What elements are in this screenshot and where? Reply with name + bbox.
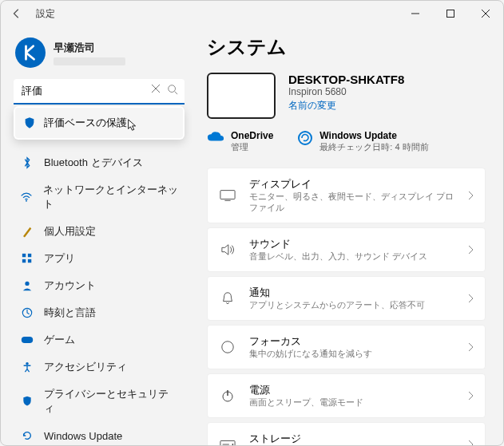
- page-title: システム: [207, 34, 486, 60]
- onedrive-sub: 管理: [231, 141, 273, 153]
- maximize-icon: [446, 10, 454, 18]
- svg-line-3: [175, 92, 178, 95]
- minimize-icon: [411, 10, 419, 18]
- card-sub: 音量レベル、出力、入力、サウンド デバイス: [249, 251, 454, 262]
- nav-privacy[interactable]: プライバシーとセキュリティ: [12, 381, 186, 422]
- onedrive-label: OneDrive: [231, 130, 273, 141]
- chevron-right-icon: [467, 245, 474, 255]
- card-title: 通知: [249, 286, 454, 300]
- card-sub: 画面とスリープ、電源モード: [249, 397, 454, 409]
- onedrive-status[interactable]: OneDrive 管理: [207, 130, 273, 153]
- nav-label: アプリ: [44, 251, 75, 266]
- card-notifications[interactable]: 通知アプリとシステムからのアラート、応答不可: [207, 276, 486, 321]
- bluetooth-icon: [22, 156, 33, 169]
- svg-rect-7: [22, 259, 26, 262]
- chevron-right-icon: [467, 191, 474, 200]
- update-label: Windows Update: [319, 130, 428, 141]
- search-suggestions: 評価ベースの保護: [14, 106, 185, 140]
- nav-personalization[interactable]: 個人用設定: [12, 218, 186, 245]
- card-sound[interactable]: サウンド音量レベル、出力、入力、サウンド デバイス: [207, 227, 486, 272]
- shield-icon: [23, 116, 36, 129]
- minimize-button[interactable]: [398, 1, 433, 26]
- user-email-redacted: [54, 57, 125, 65]
- nav-label: Windows Update: [44, 430, 122, 442]
- nav-apps[interactable]: アプリ: [12, 245, 186, 272]
- speaker-icon: [220, 243, 236, 256]
- chevron-right-icon: [467, 342, 474, 352]
- nav-network[interactable]: ネットワークとインターネット: [12, 176, 186, 218]
- chevron-right-icon: [467, 391, 474, 401]
- svg-rect-11: [22, 337, 33, 343]
- windows-update-status[interactable]: Windows Update 最終チェック日時: 4 時間前: [297, 130, 428, 153]
- nav-label: ゲーム: [44, 333, 75, 347]
- card-title: ディスプレイ: [249, 177, 454, 191]
- card-storage[interactable]: ストレージストレージ領域、ドライブ、構成ルール: [207, 422, 486, 445]
- back-button[interactable]: [7, 4, 26, 23]
- rename-link[interactable]: 名前の変更: [288, 99, 404, 112]
- onedrive-icon: [207, 130, 224, 143]
- clear-search-button[interactable]: [151, 84, 161, 93]
- card-title: サウンド: [249, 237, 454, 251]
- nav-accessibility[interactable]: アクセシビリティ: [12, 353, 186, 381]
- status-row: OneDrive 管理 Windows Update 最終チェック日時: 4 時…: [207, 130, 486, 153]
- card-title: ストレージ: [249, 432, 454, 445]
- nav-accounts[interactable]: アカウント: [12, 272, 186, 299]
- nav-label: 個人用設定: [44, 224, 96, 239]
- settings-window: 設定 早瀬浩司: [0, 0, 504, 446]
- accessibility-icon: [22, 361, 33, 373]
- user-block[interactable]: 早瀬浩司: [12, 33, 186, 79]
- nav-windows-update[interactable]: Windows Update: [12, 422, 186, 445]
- nav-gaming[interactable]: ゲーム: [12, 326, 186, 353]
- nav-time-language[interactable]: 時刻と言語: [12, 299, 186, 326]
- nav-label: アクセシビリティ: [44, 360, 127, 374]
- maximize-button[interactable]: [433, 1, 468, 26]
- svg-point-2: [169, 85, 176, 93]
- close-button[interactable]: [468, 1, 503, 26]
- nav-label: ネットワークとインターネット: [43, 183, 178, 211]
- apps-icon: [22, 253, 33, 264]
- nav-label: プライバシーとセキュリティ: [44, 387, 178, 416]
- svg-point-16: [222, 341, 233, 353]
- card-display[interactable]: ディスプレイモニター、明るさ、夜間モード、ディスプレイ プロファイル: [207, 168, 486, 223]
- x-icon: [151, 84, 161, 93]
- body: 早瀬浩司 評価ベースの保護: [1, 26, 503, 445]
- svg-point-20: [232, 444, 233, 445]
- svg-rect-14: [220, 191, 235, 199]
- card-title: フォーカス: [249, 334, 454, 349]
- sidebar: 早瀬浩司 評価ベースの保護: [1, 26, 192, 445]
- wifi-icon: [20, 191, 33, 203]
- main-panel: システム DESKTOP-SHKATF8 Inspiron 5680 名前の変更…: [192, 26, 503, 445]
- arrow-left-icon: [11, 8, 22, 19]
- avatar: [15, 37, 46, 68]
- update-sub: 最終チェック日時: 4 時間前: [319, 141, 428, 153]
- chevron-right-icon: [467, 440, 474, 445]
- card-sub: 集中の妨げになる通知を減らす: [249, 349, 454, 360]
- search-icon: [167, 84, 178, 95]
- power-icon: [220, 389, 235, 403]
- monitor-icon: [220, 189, 236, 202]
- title-text: 設定: [36, 7, 55, 21]
- device-thumbnail: [207, 73, 276, 119]
- svg-point-13: [299, 132, 312, 144]
- update-circle-icon: [297, 130, 313, 146]
- card-title: 電源: [249, 383, 454, 397]
- svg-rect-5: [22, 254, 26, 257]
- suggest-item-label: 評価ベースの保護: [44, 116, 127, 130]
- update-icon: [22, 430, 33, 441]
- card-focus[interactable]: フォーカス集中の妨げになる通知を減らす: [207, 325, 486, 369]
- nav-list: Bluetooth とデバイス ネットワークとインターネット 個人用設定 アプリ…: [12, 149, 186, 445]
- search-wrapper: 評価ベースの保護: [14, 79, 185, 105]
- svg-rect-6: [28, 254, 31, 257]
- suggest-item-0[interactable]: 評価ベースの保護: [15, 108, 183, 138]
- nav-label: Bluetooth とデバイス: [44, 156, 143, 170]
- bell-icon: [220, 291, 235, 306]
- brush-icon: [22, 225, 33, 238]
- card-sub: アプリとシステムからのアラート、応答不可: [249, 300, 454, 311]
- search-button[interactable]: [167, 84, 178, 95]
- nav-bluetooth[interactable]: Bluetooth とデバイス: [12, 149, 186, 176]
- user-name: 早瀬浩司: [54, 41, 125, 55]
- card-power[interactable]: 電源画面とスリープ、電源モード: [207, 373, 486, 418]
- svg-rect-8: [28, 259, 31, 262]
- nav-label: アカウント: [44, 278, 96, 293]
- svg-rect-1: [447, 10, 454, 18]
